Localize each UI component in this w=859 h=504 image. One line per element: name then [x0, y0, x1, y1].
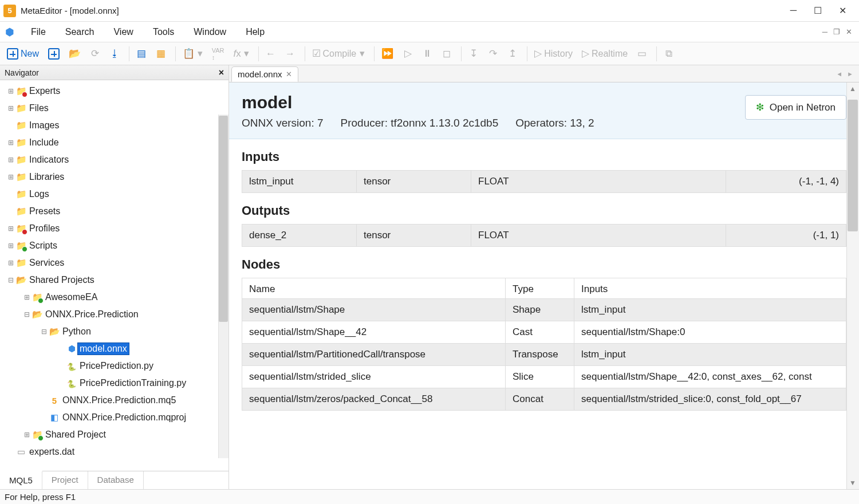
folder-open-icon: 📂: [69, 48, 81, 60]
tree-item-label: model.onnx: [78, 343, 129, 355]
scroll-down-icon[interactable]: ▼: [849, 479, 856, 487]
tree-item-expertsdata[interactable]: experts.dat: [0, 443, 228, 460]
tree-item-files[interactable]: ⊞Files: [0, 100, 228, 117]
play-fast-icon: ⏩: [381, 48, 393, 60]
table-row[interactable]: sequential/lstm/zeros/packed_Concat__58C…: [242, 388, 846, 411]
tree-item-onnxpred[interactable]: ⊟ONNX.Price.Prediction: [0, 306, 228, 323]
editor-scrollbar-thumb[interactable]: [848, 100, 858, 231]
tree-item-logs[interactable]: Logs: [0, 186, 228, 203]
panel-icon: ▤: [137, 48, 146, 60]
tree-item-sharedprojects[interactable]: ⊟Shared Projects: [0, 271, 228, 289]
tree-toggle-icon[interactable]: ⊞: [7, 104, 15, 112]
tree-item-label: Shared Project: [44, 429, 108, 440]
var-icon: VAR↕: [212, 47, 224, 61]
tree-item-label: Python: [61, 326, 93, 337]
menu-window[interactable]: Window: [184, 23, 235, 41]
table-row[interactable]: dense_2 tensor FLOAT (-1, 1): [242, 225, 846, 247]
tree-item-profiles[interactable]: ⊞Profiles: [0, 220, 228, 237]
producer: Producer: tf2onnx 1.13.0 2c1db5: [341, 117, 499, 129]
netron-icon: ❇: [756, 101, 764, 113]
tree-toggle-icon[interactable]: ⊞: [7, 139, 15, 147]
open-in-netron-button[interactable]: ❇ Open in Netron: [745, 95, 846, 120]
tree-item-libraries[interactable]: ⊞Libraries: [0, 168, 228, 186]
pause-icon: ⏸: [423, 48, 432, 60]
panel-toggle-2[interactable]: ▦: [152, 45, 170, 62]
tree-item-modelonnx[interactable]: model.onnx: [0, 340, 228, 357]
menu-help[interactable]: Help: [237, 23, 274, 41]
tree-toggle-icon[interactable]: ⊞: [7, 87, 15, 95]
table-row[interactable]: sequential/lstm/PartitionedCall/transpos…: [242, 344, 846, 366]
tree-item-experts[interactable]: ⊞Experts: [0, 82, 228, 100]
tree-item-label: Scripts: [27, 240, 59, 251]
tab-prev-icon[interactable]: ◄: [836, 70, 842, 77]
tree-toggle-icon[interactable]: ⊞: [7, 173, 15, 181]
navigator-tab-mql5[interactable]: MQL5: [0, 471, 42, 489]
table-header-row: Name Type Inputs: [242, 278, 846, 299]
tree-item-indicators[interactable]: ⊞Indicators: [0, 151, 228, 168]
scroll-up-icon[interactable]: ▲: [849, 85, 856, 93]
fx-button: fx ▾: [230, 45, 253, 62]
tree-item-pricepred[interactable]: PricePrediction.py: [0, 357, 228, 375]
statusbar-help-text: For Help, press F1: [5, 492, 76, 502]
panel-toggle-1[interactable]: ▤: [133, 45, 150, 62]
folder-blue-icon: [31, 292, 44, 302]
tree-item-python[interactable]: ⊟Python: [0, 323, 228, 340]
folder-icon: [15, 103, 27, 113]
tree-item-sharedproject[interactable]: ⊞Shared Project: [0, 426, 228, 443]
open-button[interactable]: 📂: [65, 45, 84, 62]
editor-tabs: model.onnx ✕ ◄ ►: [229, 65, 859, 82]
mdi-minimize-icon[interactable]: ─: [822, 27, 828, 36]
tree-toggle-icon[interactable]: ⊞: [7, 242, 15, 250]
table-row[interactable]: sequential/lstm/strided_sliceSlicesequen…: [242, 366, 846, 388]
tree-toggle-icon[interactable]: ⊟: [40, 328, 48, 336]
tree-toggle-icon[interactable]: ⊞: [7, 156, 15, 164]
tree-item-label: Logs: [27, 188, 51, 200]
folder-blue-open-icon: [15, 275, 27, 285]
tree-item-awesomeea[interactable]: ⊞AwesomeEA: [0, 289, 228, 306]
table-row[interactable]: sequential/lstm/ShapeShapelstm_input: [242, 299, 846, 321]
tree-toggle-icon[interactable]: ⊟: [23, 310, 31, 318]
tree-item-mq5file[interactable]: 5ONNX.Price.Prediction.mq5: [0, 392, 228, 409]
tree-toggle-icon[interactable]: ⊟: [7, 276, 15, 284]
new-button[interactable]: New: [3, 45, 42, 62]
window-minimize-button[interactable]: ─: [790, 5, 797, 16]
save-all-button[interactable]: ⭳: [106, 45, 123, 62]
mdi-close-icon[interactable]: ✕: [846, 27, 852, 36]
tree-toggle-icon[interactable]: ⊞: [7, 225, 15, 233]
menu-tools[interactable]: Tools: [144, 23, 183, 41]
tree-toggle-icon[interactable]: ⊞: [23, 431, 31, 439]
navigator-tree[interactable]: ⊞Experts⊞FilesImages⊞Include⊞Indicators⊞…: [0, 80, 228, 471]
window-maximize-button[interactable]: ☐: [814, 5, 822, 16]
table-row[interactable]: sequential/lstm/Shape__42Castsequential/…: [242, 321, 846, 344]
mdi-restore-icon[interactable]: ❐: [833, 27, 840, 36]
window-close-button[interactable]: ✕: [839, 5, 846, 16]
operators: Operators: 13, 2: [515, 117, 594, 129]
navigator-tab-project[interactable]: Project: [42, 471, 88, 489]
navigator-header: Navigator ×: [0, 65, 228, 80]
editor-tab-close-icon[interactable]: ✕: [286, 70, 292, 78]
tree-toggle-icon[interactable]: ⊞: [23, 293, 31, 301]
tree-item-presets[interactable]: Presets: [0, 203, 228, 220]
step-into-icon: ↧: [470, 48, 478, 60]
menu-view[interactable]: View: [104, 23, 142, 41]
tab-next-icon[interactable]: ►: [847, 70, 853, 77]
editor-tab-model[interactable]: model.onnx ✕: [231, 66, 298, 82]
tree-item-services[interactable]: ⊞Services: [0, 254, 228, 271]
new-file-button[interactable]: [45, 45, 63, 62]
tree-toggle-icon[interactable]: ⊞: [7, 259, 15, 267]
menu-file[interactable]: File: [22, 23, 55, 41]
tree-item-mqproj[interactable]: ONNX.Price.Prediction.mqproj: [0, 409, 228, 426]
tree-item-label: ONNX.Price.Prediction: [44, 309, 140, 320]
tree-item-pricepredtrain[interactable]: PricePredictionTraining.py: [0, 375, 228, 392]
navigator-close-button[interactable]: ×: [219, 68, 224, 78]
navigator-scrollbar-thumb[interactable]: [219, 116, 228, 322]
tree-item-scripts[interactable]: ⊞Scripts: [0, 237, 228, 254]
tree-item-images[interactable]: Images: [0, 117, 228, 134]
menu-search[interactable]: Search: [56, 23, 104, 41]
navigator-tab-database[interactable]: Database: [88, 471, 144, 489]
play-icon: ▷: [404, 48, 412, 60]
tree-item-include[interactable]: ⊞Include: [0, 134, 228, 151]
navigator-title: Navigator: [5, 68, 39, 77]
window-titlebar: 5 MetaEditor - [model.onnx] ─ ☐ ✕: [0, 0, 859, 22]
table-row[interactable]: lstm_input tensor FLOAT (-1, -1, 4): [242, 171, 846, 193]
